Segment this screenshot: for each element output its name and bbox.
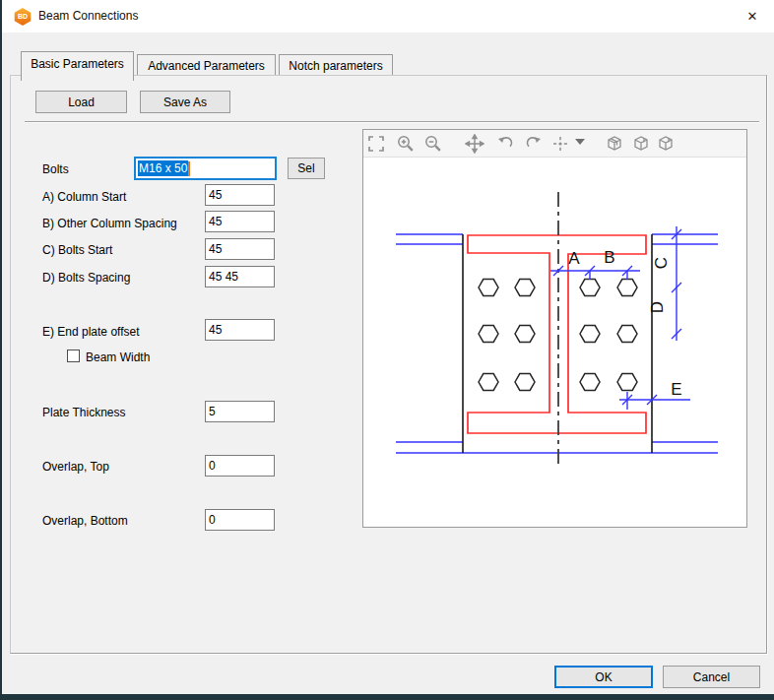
save-as-button[interactable]: Save As: [140, 91, 230, 113]
zoom-extents-icon[interactable]: [366, 134, 386, 154]
text-caret: [188, 161, 190, 176]
beam-width-label: Beam Width: [86, 350, 150, 364]
dim-label-d: D: [648, 301, 667, 313]
app-icon: BD: [14, 8, 32, 26]
overlap-bottom-label: Overlap, Bottom: [42, 514, 128, 528]
window-title: Beam Connections: [38, 9, 138, 23]
preview-toolbar: [363, 130, 746, 158]
sel-button[interactable]: Sel: [288, 158, 325, 179]
ok-button[interactable]: OK: [554, 666, 653, 688]
dim-label-e: E: [671, 380, 681, 399]
column-face-lines: [463, 234, 652, 453]
plate-thickness-label: Plate Thickness: [42, 406, 126, 419]
tab-page-basic: Load Save As Bolts M16 x 50 Sel A) Colum…: [10, 75, 767, 654]
overlap-top-label: Overlap, Top: [42, 460, 109, 474]
view-block-3-icon[interactable]: [656, 134, 676, 154]
screen: BD Beam Connections ✕ Basic Parameters A…: [0, 0, 774, 700]
close-icon[interactable]: ✕: [742, 7, 762, 27]
rotate-cw-icon[interactable]: [523, 134, 543, 154]
overlap-bottom-input[interactable]: [205, 509, 275, 531]
dim-label-c: C: [652, 257, 671, 269]
view-block-1-icon[interactable]: [605, 134, 624, 154]
tab-basic-parameters[interactable]: Basic Parameters: [21, 51, 134, 81]
beam-connections-dialog: BD Beam Connections ✕ Basic Parameters A…: [2, 0, 774, 694]
bolts-spacing-input[interactable]: [205, 266, 275, 287]
beam-width-checkbox[interactable]: [67, 350, 80, 362]
column-start-label: A) Column Start: [42, 190, 126, 204]
bolts-start-label: C) Bolts Start: [42, 243, 112, 257]
view-block-2-icon[interactable]: [631, 134, 651, 154]
drawing-canvas[interactable]: A B C D E: [363, 158, 746, 527]
plate-thickness-input[interactable]: [205, 401, 275, 422]
cancel-button[interactable]: Cancel: [663, 666, 760, 688]
title-bar: BD Beam Connections ✕: [2, 0, 774, 32]
bolts-start-input[interactable]: [205, 238, 275, 260]
zoom-out-icon[interactable]: [423, 134, 443, 154]
center-icon[interactable]: [550, 134, 570, 154]
dropdown-caret-icon[interactable]: [574, 138, 594, 158]
pan-icon[interactable]: [465, 134, 484, 154]
drawing-preview-panel: A B C D E: [362, 129, 747, 528]
other-column-spacing-input[interactable]: [205, 211, 275, 232]
end-plate-offset-input[interactable]: [205, 319, 275, 341]
dim-label-a: A: [568, 249, 580, 268]
overlap-top-input[interactable]: [205, 455, 275, 477]
bolts-input[interactable]: M16 x 50: [134, 157, 277, 180]
bolts-label: Bolts: [42, 162, 69, 176]
column-start-input[interactable]: [205, 184, 275, 206]
bolts-spacing-label: D) Bolts Spacing: [42, 271, 130, 285]
other-column-spacing-label: B) Other Column Spacing: [42, 217, 177, 230]
end-plate-offset-label: E) End plate offset: [42, 325, 140, 339]
rotate-ccw-icon[interactable]: [496, 134, 516, 154]
zoom-in-icon[interactable]: [396, 134, 416, 154]
beam-connection-drawing: A B C D E: [363, 158, 746, 527]
separator: [25, 121, 759, 123]
bolts-selected-text: M16 x 50: [138, 160, 188, 176]
dim-label-b: B: [604, 248, 614, 267]
load-button[interactable]: Load: [35, 91, 127, 113]
